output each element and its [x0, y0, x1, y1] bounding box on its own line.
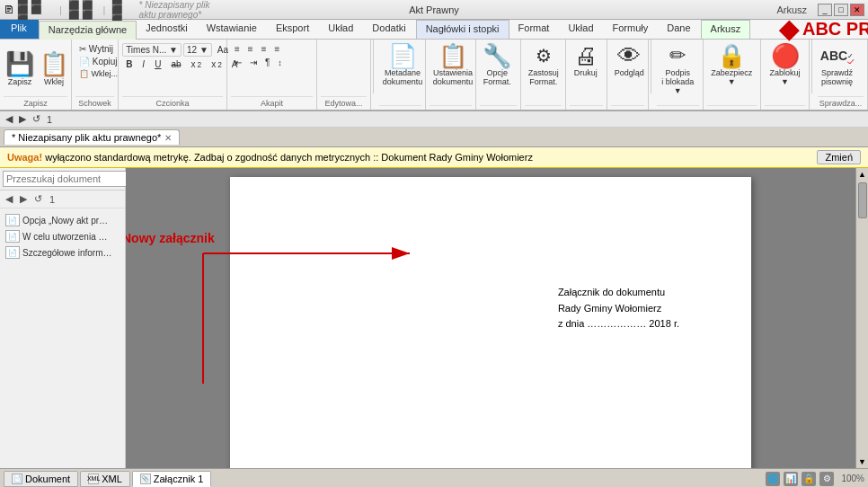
tab-uklad[interactable]: Układ	[319, 20, 363, 39]
tree-item-2[interactable]: 📄 W celu utworzenia nowego ...	[4, 228, 121, 244]
align-left-btn[interactable]: ≡	[231, 43, 244, 55]
zablokuj-btn[interactable]: 🔴 Zablokuj ▼	[765, 41, 805, 88]
block-icon: 🔴	[773, 43, 798, 68]
doc-line2: Rady Gminy Wołomierz	[558, 301, 679, 317]
italic-btn[interactable]: I	[138, 58, 148, 70]
tree-item-2-icon: 📄	[5, 230, 20, 243]
wklej-format-btn[interactable]: 📋 Wklej...	[75, 68, 121, 79]
tab-uklad2[interactable]: Układ	[559, 20, 603, 39]
strikethrough-btn[interactable]: ab	[167, 58, 184, 70]
tree-item-3[interactable]: 📄 Szczegółowe informacje do...	[4, 244, 121, 261]
main-area: 🔍 ◀ ▶ ↺ 1 📄 Opcja „Nowy akt prawny wt...…	[0, 168, 868, 468]
underline-btn[interactable]: U	[151, 58, 164, 70]
back-btn[interactable]: ◀	[4, 113, 14, 125]
font-dropdown[interactable]: Times N... ▼	[122, 43, 182, 57]
wklej-btn[interactable]: 📋 Wklej	[38, 50, 70, 88]
tab-dokument[interactable]: 📄 Dokument	[4, 471, 78, 487]
ribbon-group-zablokuj: 🔴 Zablokuj ▼	[761, 40, 810, 110]
font-size-dropdown[interactable]: 12 ▼	[183, 43, 212, 57]
preview-icon: 👁	[616, 43, 642, 68]
doc-tab-bar: * Niezapisany plik aktu prawnego* ✕	[0, 128, 868, 147]
tree-item-2-label: W celu utworzenia nowego ...	[22, 232, 112, 242]
sprawdz-btn[interactable]: ABC✓ Sprawdźpisownię	[818, 41, 856, 88]
tab-plik[interactable]: Plik	[0, 20, 39, 39]
doc-line1: Załącznik do dokumentu	[558, 285, 679, 301]
align-right-btn[interactable]: ≡	[258, 43, 270, 55]
schowek-group-label: Schowek	[75, 96, 114, 108]
ribbon-group-edytowa: Edytowa...	[317, 40, 371, 110]
bottom-tabs: 📄 Dokument XML XML 📎 Załącznik 1 🌐 📊 🔒 ⚙…	[0, 468, 868, 487]
search-bar: 🔍	[0, 168, 125, 190]
panel-refresh-btn[interactable]: ↺	[31, 192, 45, 206]
kopiuj-btn[interactable]: 📄 Kopiuj	[75, 56, 121, 67]
zastosuj-btn[interactable]: ⚙ ZastosujFormat.	[525, 41, 562, 88]
tab-arkusz[interactable]: Arkusz	[701, 20, 751, 39]
tab-xml[interactable]: XML XML	[80, 471, 130, 487]
tab-naglowki[interactable]: Nagłówki i stopki	[416, 20, 509, 39]
scroll-thumb[interactable]	[858, 182, 867, 218]
doc-tab-active[interactable]: * Niezapisany plik aktu prawnego* ✕	[4, 129, 180, 145]
warning-message: wyłączono standardową metrykę. Zadbaj o …	[45, 152, 533, 163]
align-justify-btn[interactable]: ≡	[271, 43, 284, 55]
scroll-down-btn[interactable]: ▼	[856, 456, 868, 468]
podglad-group-label	[611, 105, 644, 108]
zapisz-btn[interactable]: 💾 Zapisz	[4, 50, 36, 88]
zabezpiecz-group-label	[707, 105, 757, 108]
doc-area-wrapper: Nowy załącznik Załącznik do dokumentu	[126, 168, 868, 468]
paragraph-btn[interactable]: ¶	[261, 57, 273, 68]
zabezpiecz-btn[interactable]: 🔒 Zabezpiecz ▼	[707, 41, 757, 88]
ribbon-group-zabezpiecz: 🔒 Zabezpiecz ▼	[704, 40, 761, 110]
ustawienia-label: Ustawieniadokumentu	[433, 68, 474, 86]
drukuj-btn[interactable]: 🖨 Drukuj	[570, 41, 602, 79]
doc-tree: 📄 Opcja „Nowy akt prawny wt... 📄 W celu …	[0, 208, 125, 468]
tab-dodatki[interactable]: Dodatki	[363, 20, 415, 39]
ribbon-group-czcionka: Times N... ▼ 12 ▼ Aa B I U ab x2 x2 A Cz…	[119, 40, 227, 110]
vertical-scrollbar[interactable]: ▲ ▼	[855, 168, 868, 468]
tree-item-1-icon: 📄	[5, 214, 20, 226]
xml-tab-label: XML	[102, 474, 122, 484]
zalacznik-tab-label: Załącznik 1	[154, 474, 204, 484]
tab-zalacznik[interactable]: 📎 Załącznik 1	[132, 471, 212, 487]
superscript-btn[interactable]: x2	[188, 58, 206, 70]
tab-format[interactable]: Format	[509, 20, 560, 39]
refresh-btn[interactable]: ↺	[31, 113, 42, 125]
doc-tab-close-btn[interactable]: ✕	[164, 133, 172, 143]
dokument-tab-label: Dokument	[25, 474, 70, 484]
zapisz-group-label: Zapisz	[4, 96, 67, 108]
ustawienia-icon: 📋	[440, 43, 465, 68]
zablokuj-group-label	[765, 105, 805, 108]
panel-fwd-btn[interactable]: ▶	[17, 192, 30, 206]
tab-jednostki[interactable]: Jednostki	[137, 20, 197, 39]
tab-dane[interactable]: Dane	[658, 20, 700, 39]
warning-change-btn[interactable]: Zmień	[817, 150, 861, 164]
indent-left-btn[interactable]: ⇤	[231, 57, 245, 68]
ustawienia-btn[interactable]: 📋 Ustawieniadokumentu	[430, 41, 477, 88]
panel-back-btn[interactable]: ◀	[3, 192, 15, 206]
status-icon-4: ⚙	[819, 472, 834, 486]
tab-eksport[interactable]: Eksport	[267, 20, 319, 39]
spacing-btn[interactable]: ↕	[274, 58, 286, 68]
tree-item-1[interactable]: 📄 Opcja „Nowy akt prawny wt...	[4, 212, 121, 228]
search-input[interactable]	[3, 171, 134, 187]
align-center-btn[interactable]: ≡	[244, 43, 257, 55]
opcje-group-label	[480, 105, 517, 108]
tab-formuly[interactable]: Formuły	[604, 20, 659, 39]
podpis-btn[interactable]: ✏ Podpisi blokada ▼	[657, 41, 699, 97]
scroll-up-btn[interactable]: ▲	[856, 168, 868, 181]
opcje-btn[interactable]: 🔧 OpcjeFormat.	[480, 41, 515, 88]
wytnij-btn[interactable]: ✂ Wytnij	[75, 43, 117, 55]
abc-pro-text: ABC PRO	[802, 19, 868, 40]
podglad-btn[interactable]: 👁 Podgląd	[611, 41, 648, 79]
tree-item-3-label: Szczegółowe informacje do...	[22, 248, 112, 258]
forward-btn[interactable]: ▶	[17, 113, 28, 125]
panel-toolbar: ◀ ▶ ↺ 1	[0, 190, 125, 208]
doc-tab-label: * Niezapisany plik aktu prawnego*	[12, 132, 161, 143]
indent-right-btn[interactable]: ⇥	[246, 57, 261, 68]
tree-item-1-label: Opcja „Nowy akt prawny wt...	[22, 216, 112, 226]
title-bar-title: Akt Prawny	[219, 4, 650, 15]
subscript-btn[interactable]: x2	[208, 58, 226, 70]
tab-wstawianie[interactable]: Wstawianie	[198, 20, 267, 39]
bold-btn[interactable]: B	[122, 58, 136, 70]
tab-narzedzia[interactable]: Narzędzia główne	[39, 21, 137, 40]
metadane-btn[interactable]: 📄 Metadanedokumentu	[379, 41, 427, 88]
